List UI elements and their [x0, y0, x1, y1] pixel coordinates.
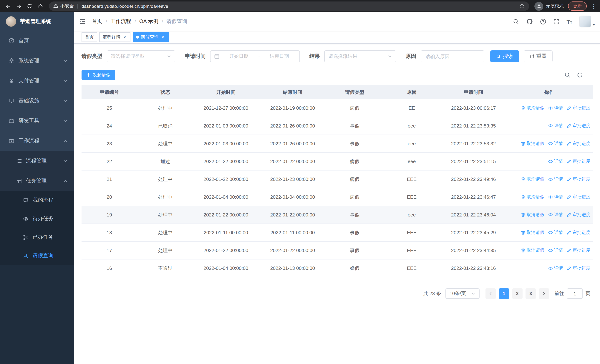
table-search-toggle-button[interactable] — [564, 72, 571, 78]
table-refresh-button[interactable] — [577, 72, 583, 78]
approval-progress-link[interactable]: 审批进度 — [567, 247, 590, 253]
chevron-down-icon: ▾ — [593, 23, 595, 28]
detail-link[interactable]: 详情 — [548, 265, 563, 271]
detail-link[interactable]: 详情 — [548, 140, 563, 147]
create-leave-button[interactable]: 发起请假 — [82, 70, 115, 80]
cell-reason: EEE — [383, 194, 441, 200]
sidebar-item-system[interactable]: 系统管理 — [0, 51, 74, 71]
table-row[interactable]: 18 处理中 2022-01-11 00:00:00 2022-01-11 00… — [82, 224, 593, 242]
detail-link[interactable]: 详情 — [548, 176, 563, 182]
breadcrumb-item[interactable]: 首页 — [92, 18, 102, 25]
date-range-picker[interactable]: 开始日期 - 结束日期 — [210, 50, 300, 62]
table-row[interactable]: 16 不通过 2022-01-04 00:00:00 2022-01-13 00… — [82, 260, 593, 277]
sidebar-item-process-management[interactable]: 流程管理 — [0, 151, 74, 171]
detail-link[interactable]: 详情 — [548, 123, 563, 129]
sidebar-item-task-management[interactable]: 任务管理 — [0, 171, 74, 191]
incognito-label: 无痕模式 — [546, 3, 564, 9]
page-button-1[interactable]: 1 — [499, 288, 509, 299]
page-button-2[interactable]: 2 — [512, 288, 523, 299]
browser-menu-icon[interactable]: ⋮ — [590, 3, 597, 9]
goto-label: 前往 — [554, 290, 564, 297]
detail-link[interactable]: 详情 — [548, 158, 563, 165]
cancel-leave-link[interactable]: 取消请假 — [521, 194, 544, 200]
browser-address-bar[interactable]: 不安全 dashboard.yudao.iocoder.cn/bpm/oa/le… — [49, 1, 529, 11]
leave-type-select[interactable]: 请选择请假类型 — [107, 50, 175, 62]
sidebar-filler — [0, 265, 74, 364]
browser-update-button[interactable]: 更新 — [568, 1, 587, 11]
cell-apply-id: 19 — [82, 212, 137, 218]
cancel-leave-link[interactable]: 取消请假 — [521, 229, 544, 236]
approval-progress-link[interactable]: 审批进度 — [567, 105, 590, 111]
user-menu[interactable]: ▾ — [579, 16, 595, 28]
approval-progress-link[interactable]: 审批进度 — [567, 140, 590, 147]
cancel-leave-link[interactable]: 取消请假 — [521, 105, 544, 111]
browser-home-button[interactable] — [35, 1, 45, 11]
cell-end-time: 2022-01-26 00:00:00 — [258, 123, 327, 129]
breadcrumb-item[interactable]: 工作流程 — [111, 18, 131, 25]
table-row[interactable]: 19 处理中 2022-01-22 00:00:00 2022-01-22 00… — [82, 206, 593, 224]
tab-process-detail[interactable]: 流程详情 × — [99, 32, 131, 42]
help-icon[interactable] — [540, 18, 546, 25]
detail-link[interactable]: 详情 — [548, 247, 563, 253]
browser-back-button[interactable] — [3, 1, 13, 11]
eye-icon — [22, 216, 29, 222]
approval-progress-link[interactable]: 审批进度 — [567, 123, 590, 129]
sidebar-item-leave-query[interactable]: 请假查询 — [0, 246, 74, 265]
table-row[interactable]: 21 处理中 2022-01-22 00:00:00 2022-01-23 00… — [82, 170, 593, 188]
sidebar-item-my-processes[interactable]: 我的流程 — [0, 191, 74, 209]
sidebar-item-payment[interactable]: 支付管理 — [0, 71, 74, 91]
tab-leave-query[interactable]: 请假查询 × — [133, 32, 169, 42]
detail-link[interactable]: 详情 — [548, 194, 563, 200]
table-row[interactable]: 20 处理中 2022-01-04 00:00:00 2022-01-04 00… — [82, 188, 593, 206]
cancel-leave-link[interactable]: 取消请假 — [521, 212, 544, 218]
eye-icon — [548, 123, 553, 128]
table-row[interactable]: 23 处理中 2022-01-03 00:00:00 2022-01-26 00… — [82, 135, 593, 153]
detail-link[interactable]: 详情 — [548, 212, 563, 218]
approval-progress-link[interactable]: 审批进度 — [567, 229, 590, 236]
sidebar-item-infrastructure[interactable]: 基础设施 — [0, 91, 74, 111]
fullscreen-icon[interactable] — [553, 18, 559, 25]
table-row[interactable]: 22 通过 2022-01-22 00:00:00 2022-01-22 00:… — [82, 153, 593, 170]
detail-link[interactable]: 详情 — [548, 229, 563, 236]
cancel-leave-link[interactable]: 取消请假 — [521, 176, 544, 182]
cancel-leave-link[interactable]: 取消请假 — [521, 247, 544, 253]
bookmark-star-icon[interactable] — [519, 3, 525, 9]
sidebar-item-workflow[interactable]: 工作流程 — [0, 131, 74, 151]
sidebar-item-dev-tools[interactable]: 研发工具 — [0, 111, 74, 131]
cancel-leave-link[interactable]: 取消请假 — [521, 140, 544, 147]
site-security-chip[interactable]: 不安全 — [53, 3, 74, 9]
page-size-select[interactable]: 10条/页 — [445, 288, 479, 299]
app-logo[interactable]: 芋道管理系统 — [0, 12, 74, 31]
browser-reload-button[interactable] — [24, 1, 35, 11]
sidebar-item-home[interactable]: 首页 — [0, 31, 74, 51]
prev-page-button[interactable] — [486, 288, 496, 299]
next-page-button[interactable] — [539, 288, 549, 299]
search-button[interactable]: 搜索 — [490, 50, 519, 62]
reason-input[interactable] — [425, 53, 480, 59]
detail-link[interactable]: 详情 — [548, 105, 563, 111]
sidebar-item-pending-tasks[interactable]: 待办任务 — [0, 209, 74, 228]
approval-progress-link[interactable]: 审批进度 — [567, 212, 590, 218]
tab-home[interactable]: 首页 — [82, 32, 97, 42]
font-size-icon[interactable]: TT — [566, 19, 572, 24]
breadcrumb-item[interactable]: OA 示例 — [139, 18, 159, 25]
table-row[interactable]: 24 已取消 2022-01-03 00:00:00 2022-01-26 00… — [82, 117, 593, 135]
approval-progress-link[interactable]: 审批进度 — [567, 176, 590, 182]
close-icon[interactable]: × — [160, 35, 165, 39]
sidebar-toggle-icon[interactable] — [79, 18, 86, 25]
approval-progress-link[interactable]: 审批进度 — [567, 158, 590, 165]
table-row[interactable]: 25 处理中 2021-12-27 00:00:00 2022-01-19 00… — [82, 99, 593, 117]
approval-progress-link[interactable]: 审批进度 — [567, 265, 590, 271]
result-select[interactable]: 请选择流结果 — [324, 50, 396, 62]
page-button-3[interactable]: 3 — [525, 288, 536, 299]
close-icon[interactable]: × — [122, 35, 127, 39]
avatar[interactable] — [579, 16, 591, 28]
header-search-icon[interactable] — [513, 18, 519, 25]
browser-forward-button[interactable] — [14, 1, 24, 11]
sidebar-item-done-tasks[interactable]: 已办任务 — [0, 228, 74, 246]
table-row[interactable]: 17 处理中 2022-01-22 00:00:00 2022-01-22 00… — [82, 242, 593, 260]
goto-page-input[interactable] — [567, 288, 582, 299]
reset-button[interactable]: 重置 — [524, 50, 553, 62]
approval-progress-link[interactable]: 审批进度 — [567, 194, 590, 200]
github-icon[interactable] — [526, 18, 533, 25]
